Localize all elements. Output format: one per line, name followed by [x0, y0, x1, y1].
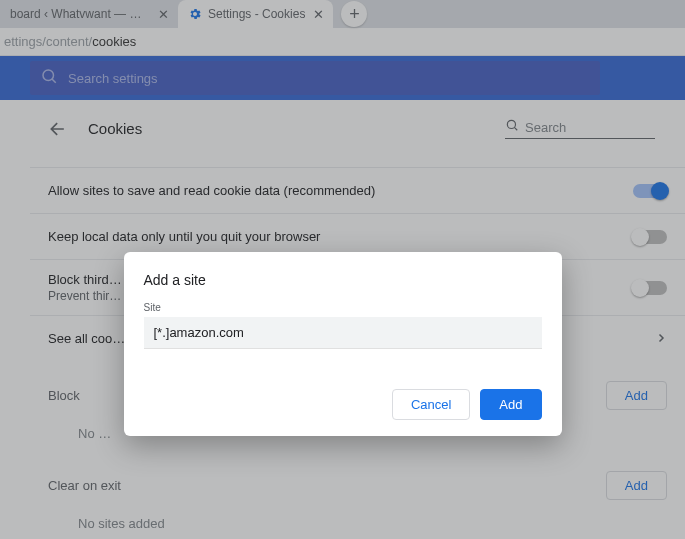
dialog-title: Add a site: [144, 272, 542, 288]
modal-scrim[interactable]: Add a site Site Cancel Add: [0, 0, 685, 539]
add-site-dialog: Add a site Site Cancel Add: [124, 252, 562, 436]
site-field-label: Site: [144, 302, 542, 313]
cancel-button[interactable]: Cancel: [392, 389, 470, 420]
add-button[interactable]: Add: [480, 389, 541, 420]
site-input[interactable]: [144, 317, 542, 349]
